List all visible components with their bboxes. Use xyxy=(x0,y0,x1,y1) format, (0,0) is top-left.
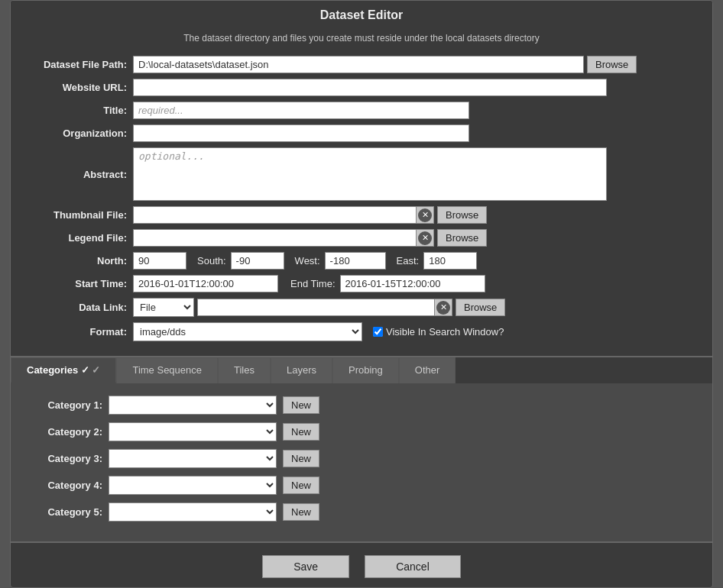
north-input[interactable] xyxy=(133,252,186,270)
organization-row: Organization: xyxy=(26,124,697,142)
tab-content-categories: Category 1: New Category 2: New Category… xyxy=(11,383,712,541)
data-link-file-wrap: ✕ xyxy=(197,299,452,316)
category-3-select[interactable] xyxy=(109,449,277,468)
start-time-label: Start Time: xyxy=(26,278,133,289)
category-3-row: Category 3: New xyxy=(26,449,697,468)
category-1-select[interactable] xyxy=(109,396,277,415)
category-2-label: Category 2: xyxy=(26,426,102,438)
visible-search-checkbox[interactable] xyxy=(373,327,383,337)
tabs-container: Categories ✓ Time Sequence Tiles Layers … xyxy=(11,356,712,543)
coordinates-row: North: South: West: East: xyxy=(26,252,697,270)
abstract-label: Abstract: xyxy=(26,169,133,180)
dataset-file-path-row: Dataset File Path: Browse xyxy=(26,56,697,73)
dialog-subtitle: The dataset directory and files you crea… xyxy=(11,30,712,51)
end-time-label: End Time: xyxy=(290,278,336,289)
category-1-row: Category 1: New xyxy=(26,396,697,415)
category-4-select[interactable] xyxy=(109,476,277,495)
website-url-input[interactable] xyxy=(133,79,607,96)
form-area: Dataset File Path: Browse Website URL: T… xyxy=(11,51,712,351)
thumbnail-file-input[interactable] xyxy=(134,207,417,223)
organization-input[interactable] xyxy=(133,124,469,142)
abstract-row: Abstract: xyxy=(26,147,697,201)
end-time-input[interactable] xyxy=(340,275,485,292)
visible-search-label[interactable]: Visible In Search Window? xyxy=(373,326,504,338)
thumbnail-file-wrap: ✕ xyxy=(133,206,434,224)
abstract-textarea[interactable] xyxy=(133,147,607,201)
thumbnail-file-row: Thumbnail File: ✕ Browse xyxy=(26,206,697,224)
tab-tiles[interactable]: Tiles xyxy=(218,357,271,383)
tab-time-sequence[interactable]: Time Sequence xyxy=(116,357,218,383)
west-input[interactable] xyxy=(325,252,386,270)
website-url-row: Website URL: xyxy=(26,79,697,96)
thumbnail-file-browse-button[interactable]: Browse xyxy=(437,206,487,224)
bottom-buttons: Save Cancel xyxy=(11,543,712,587)
west-label: West: xyxy=(295,255,320,267)
data-link-file-input[interactable] xyxy=(198,299,435,315)
category-4-row: Category 4: New xyxy=(26,476,697,495)
format-label: Format: xyxy=(26,326,133,338)
dataset-editor-dialog: Dataset Editor The dataset directory and… xyxy=(10,0,713,588)
data-link-select[interactable]: File URL xyxy=(133,298,194,317)
category-4-new-button[interactable]: New xyxy=(283,477,319,494)
category-3-label: Category 3: xyxy=(26,453,102,464)
data-link-clear-button[interactable]: ✕ xyxy=(436,301,450,315)
category-1-label: Category 1: xyxy=(26,399,102,411)
category-1-new-button[interactable]: New xyxy=(283,396,319,414)
data-link-label: Data Link: xyxy=(26,302,133,313)
dialog-title: Dataset Editor xyxy=(11,1,712,30)
category-5-label: Category 5: xyxy=(26,506,102,518)
data-link-row: Data Link: File URL ✕ Browse xyxy=(26,298,697,317)
thumbnail-file-label: Thumbnail File: xyxy=(26,209,133,221)
time-row: Start Time: End Time: xyxy=(26,275,697,292)
category-5-row: Category 5: New xyxy=(26,502,697,522)
east-input[interactable] xyxy=(423,252,477,270)
category-2-row: Category 2: New xyxy=(26,422,697,441)
north-label: North: xyxy=(26,255,133,267)
south-label: South: xyxy=(197,255,226,267)
website-url-label: Website URL: xyxy=(26,82,133,93)
legend-file-label: Legend File: xyxy=(26,232,133,244)
dataset-file-path-input[interactable] xyxy=(133,56,584,73)
organization-label: Organization: xyxy=(26,128,133,139)
category-5-new-button[interactable]: New xyxy=(283,503,319,521)
category-3-new-button[interactable]: New xyxy=(283,450,319,467)
dataset-file-path-browse-button[interactable]: Browse xyxy=(587,56,637,73)
tab-layers[interactable]: Layers xyxy=(271,357,332,383)
tab-other[interactable]: Other xyxy=(399,357,456,383)
category-5-select[interactable] xyxy=(109,502,277,522)
data-link-browse-button[interactable]: Browse xyxy=(456,299,505,316)
title-input[interactable] xyxy=(133,102,469,119)
tabs-bar: Categories ✓ Time Sequence Tiles Layers … xyxy=(11,357,712,383)
start-time-input[interactable] xyxy=(133,275,278,292)
category-4-label: Category 4: xyxy=(26,480,102,491)
visible-search-text: Visible In Search Window? xyxy=(386,326,504,338)
format-row: Format: image/dds image/png image/jpg ap… xyxy=(26,322,697,341)
category-2-select[interactable] xyxy=(109,422,277,441)
cancel-button[interactable]: Cancel xyxy=(365,555,461,578)
legend-file-wrap: ✕ xyxy=(133,229,434,247)
legend-file-clear-button[interactable]: ✕ xyxy=(418,231,432,245)
thumbnail-file-clear-button[interactable]: ✕ xyxy=(418,208,432,222)
tab-probing[interactable]: Probing xyxy=(332,357,399,383)
legend-file-input[interactable] xyxy=(134,230,417,246)
title-row: Title: xyxy=(26,102,697,119)
dataset-file-path-label: Dataset File Path: xyxy=(26,59,133,70)
south-input[interactable] xyxy=(231,252,284,270)
legend-file-row: Legend File: ✕ Browse xyxy=(26,229,697,247)
east-label: East: xyxy=(397,255,420,267)
save-button[interactable]: Save xyxy=(262,555,349,578)
legend-file-browse-button[interactable]: Browse xyxy=(437,229,487,247)
title-label: Title: xyxy=(26,105,133,116)
format-select[interactable]: image/dds image/png image/jpg applicatio… xyxy=(133,322,362,341)
tab-categories[interactable]: Categories ✓ xyxy=(11,357,116,383)
category-2-new-button[interactable]: New xyxy=(283,423,319,441)
